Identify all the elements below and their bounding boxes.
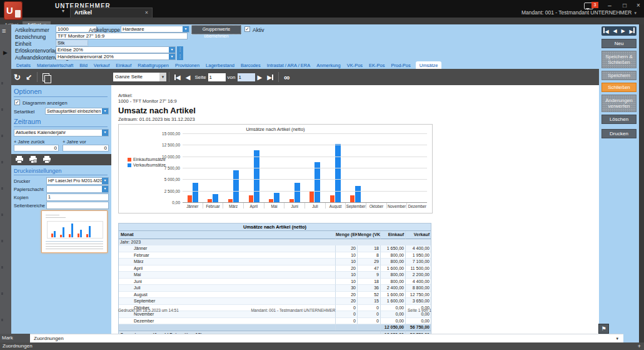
expand-panel-icon[interactable]: ▶ [3, 49, 8, 56]
tab-intrastat-ara-era[interactable]: Intrastat / ARA / ERA [266, 61, 312, 69]
add-icon[interactable]: + [638, 342, 641, 350]
mandant-selector[interactable]: Mandant: 001 - Testmandant UNTERNEHMER▾ [521, 9, 636, 16]
action-sidebar: ◀ ◀ ▶ ▶ NeuSpeichern & SchließenSpeicher… [599, 24, 639, 334]
seite-label: Seite [194, 75, 206, 80]
tab-materialwirtschaft[interactable]: Materialwirtschaft [36, 61, 74, 69]
diagramm-checkbox[interactable]: ✓ [14, 100, 20, 105]
window-tab-artikel[interactable]: × Artikel [70, 8, 153, 18]
value-cell: 800,00 [380, 259, 405, 265]
schließen-button[interactable]: Schließen [601, 83, 636, 92]
artikelgruppe-combo[interactable]: Hardware ▾ [121, 26, 189, 33]
chevron-down-icon[interactable]: ▾ [102, 130, 108, 136]
print-setting-row: DruckerHP LaserJet Pro M201-M202 P▾ [11, 177, 111, 185]
last-record-button[interactable]: ▶ [629, 28, 634, 34]
print-setting-value-seitenbereiche[interactable] [46, 202, 109, 209]
setartikel-combo[interactable]: Sethauptartikel einbeziehen ▾ [45, 108, 109, 115]
legend-label: Einkaufsumsätze [133, 157, 166, 162]
value-cell: 18 [357, 245, 380, 252]
value-cell: 800,00 [380, 252, 405, 259]
chevron-down-icon[interactable]: ▾ [169, 47, 175, 53]
close-icon[interactable]: × [145, 8, 148, 18]
print-icon[interactable] [15, 156, 24, 163]
menu-icon[interactable]: ≡ [2, 27, 6, 34]
previous-page-button[interactable]: ◀ [186, 74, 191, 81]
jahre-vor-input[interactable] [63, 145, 109, 152]
value-cell: 29 [357, 259, 380, 265]
print-setting-value-kopien[interactable]: 1 [46, 193, 109, 201]
erloeskonten-detail-button[interactable]: ⋮ [177, 46, 183, 53]
chevron-down-icon[interactable]: ▾ [62, 8, 64, 14]
report-zeitraum: Zeitraum: 01.01.2023 bis 31.12.2023 [118, 116, 195, 122]
tab-prod-pos[interactable]: Prod-Pos [390, 61, 412, 69]
aktiv-checkbox[interactable]: ✓ [244, 26, 250, 32]
löschen-button[interactable]: Löschen [601, 115, 636, 124]
print-setting-value-drucker[interactable]: HP LaserJet Pro M201-M202 P▾ [46, 177, 109, 185]
first-record-button[interactable]: ◀ [603, 28, 608, 34]
print-with-settings-icon[interactable] [29, 156, 38, 163]
next-page-button[interactable]: ▶ [258, 74, 263, 81]
erloeskontenvorlage-combo[interactable]: Erlöse 20% ▾ [56, 46, 176, 53]
jahre-zurueck-input[interactable] [14, 145, 59, 152]
maximize-button[interactable]: □ [620, 1, 629, 9]
close-window-button[interactable]: × [634, 1, 643, 9]
speichern-schließen-button[interactable]: Speichern & Schließen [601, 51, 636, 68]
value-cell: 1 950,00 [405, 252, 431, 259]
app-logo-icon[interactable]: U [4, 1, 23, 20]
month-cell: Juli [119, 285, 335, 292]
speichern-button[interactable]: Speichern [601, 71, 636, 80]
pan-arrow-icon[interactable]: ↙ [26, 73, 32, 81]
x-axis-label: Dezember [406, 203, 427, 208]
drucken-button[interactable]: Drucken [601, 129, 636, 138]
chevron-down-icon[interactable]: ▾ [169, 54, 175, 59]
print-export-icon[interactable] [43, 156, 51, 163]
new-button[interactable]: Neu [601, 39, 636, 48]
gruppenwerte-button[interactable]: Gruppenwerte übernehmen [191, 25, 241, 34]
print-setting-value-papierschacht[interactable]: ▾ [46, 185, 109, 193]
tab-ek-pos[interactable]: EK-Pos [368, 61, 386, 69]
page-input[interactable] [208, 73, 226, 81]
tab-details[interactable]: Details [15, 61, 32, 69]
chevron-down-icon[interactable]: ▾ [102, 186, 108, 192]
legend-label: Verkaufsumsätze [133, 163, 166, 167]
chevron-down-icon[interactable]: ▾ [159, 73, 166, 81]
chart-legend: EinkaufsumsätzeVerkaufsumsätze [128, 157, 166, 168]
tab-anmerkung[interactable]: Anmerkung [315, 61, 341, 69]
bezeichnung-input[interactable] [56, 33, 188, 39]
tab-barcodes[interactable]: Barcodes [239, 61, 262, 69]
continuous-icon[interactable]: ∞ [284, 73, 289, 82]
chevron-down-icon[interactable]: ▾ [183, 26, 189, 32]
last-page-button[interactable]: ▶ [267, 74, 273, 81]
zuordnungen-panel-header[interactable]: Zuordnungen ▾ [30, 334, 623, 342]
aufwandskonten-detail-button[interactable]: ⋮ [177, 53, 183, 60]
print-toolbar [11, 154, 111, 165]
footer-mandant: Mandant: 001 - Testmandant UNTERNEHMER [251, 308, 335, 312]
änderungen-verwerfen-button[interactable]: Änderungen verwerfen [601, 95, 636, 112]
first-page-button[interactable]: ◀ [174, 74, 181, 81]
tab-provisionen[interactable]: Provisionen [174, 61, 201, 69]
previous-record-button[interactable]: ◀ [613, 28, 616, 34]
flag-icon[interactable]: ⚑ [598, 324, 609, 334]
minimize-button[interactable]: – [605, 1, 614, 9]
tab-umsätze[interactable]: Umsätze [416, 61, 442, 69]
tab-vk-pos[interactable]: VK-Pos [346, 61, 364, 69]
chevron-down-icon[interactable]: ▾ [102, 178, 108, 184]
chevron-down-icon[interactable]: ▾ [102, 108, 108, 114]
zeitraum-combo[interactable]: Aktuelles Kalenderjahr ▾ [14, 129, 109, 136]
tab-rabattgruppen[interactable]: Rabattgruppen [136, 61, 170, 69]
refresh-icon[interactable]: ↻ [14, 73, 21, 82]
tab-bild[interactable]: Bild [78, 61, 89, 69]
print-preview-thumbnail[interactable] [41, 210, 108, 253]
tab-lagerbestand[interactable]: Lagerbestand [204, 61, 236, 69]
aufwandskontenvorlage-combo[interactable]: Handelswarenvorrat 20% ▾ [56, 53, 176, 60]
x-axis-label: Jänner [183, 203, 203, 208]
value-cell: 11 500,00 [405, 265, 431, 272]
zoom-select[interactable]: Ganze Seite [113, 73, 159, 81]
group-label: Jahr: 2023 [119, 239, 431, 245]
value-cell: 20 [335, 265, 357, 272]
notification-badge: 3 [591, 2, 598, 8]
tab-einkauf[interactable]: Einkauf [114, 61, 133, 69]
tab-verkauf[interactable]: Verkauf [93, 61, 111, 69]
chevron-down-icon[interactable]: ▾ [616, 334, 618, 342]
copy-pages-icon[interactable] [43, 73, 49, 81]
next-record-button[interactable]: ▶ [621, 28, 625, 34]
